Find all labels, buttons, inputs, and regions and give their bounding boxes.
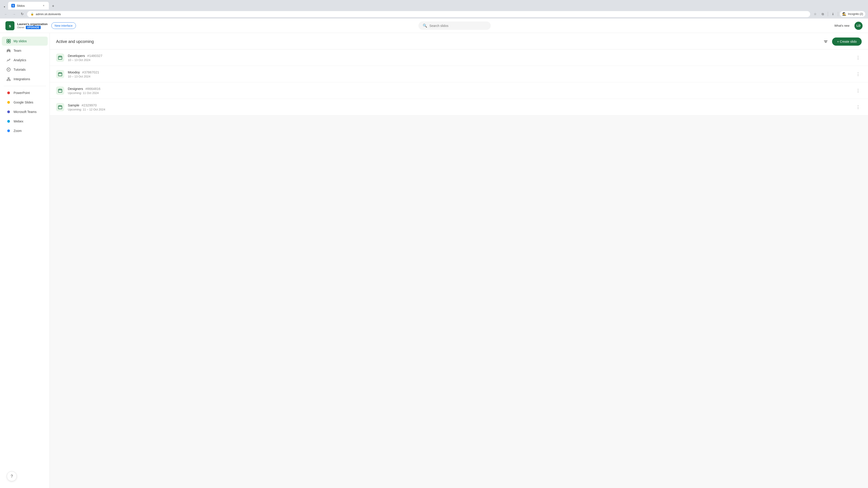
sidebar-item-microsoft-teams[interactable]: Microsoft Teams xyxy=(2,107,48,116)
svg-rect-13 xyxy=(58,56,62,59)
create-slido-button[interactable]: + Create slido xyxy=(832,37,862,46)
forward-button[interactable]: → xyxy=(11,11,17,17)
help-button[interactable]: ? xyxy=(7,471,17,481)
event-item[interactable]: Moodoy #37867021 10 – 13 Oct 2024 ⋮ xyxy=(50,66,868,83)
svg-text:s: s xyxy=(9,24,11,28)
sidebar-item-powerpoint[interactable]: PowerPoint xyxy=(2,88,48,97)
svg-rect-21 xyxy=(58,89,62,92)
bookmark-button[interactable]: ☆ xyxy=(812,11,818,17)
refresh-button[interactable]: ↻ xyxy=(19,11,25,17)
address-url: admin.sli.do/events xyxy=(36,12,807,16)
tutorials-icon xyxy=(6,67,11,72)
sidebar-item-google-slides[interactable]: Google Slides xyxy=(2,98,48,107)
org-role-row: Owner UPGRADE xyxy=(17,26,48,29)
content-header: Active and upcoming + Create slido xyxy=(50,33,868,50)
svg-rect-2 xyxy=(7,39,8,41)
event-info: Designers #8664816 Upcoming: 11 Oct 2024 xyxy=(68,87,855,95)
integrations-icon xyxy=(6,77,11,81)
event-item[interactable]: Developers #1480327 10 – 13 Oct 2024 ⋮ xyxy=(50,50,868,66)
new-interface-button[interactable]: New interface xyxy=(51,22,76,29)
event-item[interactable]: Designers #8664816 Upcoming: 11 Oct 2024… xyxy=(50,83,868,99)
sidebar-item-label: Microsoft Teams xyxy=(13,110,37,113)
svg-rect-5 xyxy=(9,41,10,43)
event-icon xyxy=(56,103,64,111)
events-list: Developers #1480327 10 – 13 Oct 2024 ⋮ xyxy=(50,50,868,116)
sidebar-item-zoom[interactable]: Zoom xyxy=(2,126,48,135)
section-title: Active and upcoming xyxy=(56,39,94,44)
sidebar-item-label: My slidos xyxy=(13,39,27,43)
header-actions: + Create slido xyxy=(822,37,862,46)
svg-point-6 xyxy=(8,49,9,51)
event-more-button[interactable]: ⋮ xyxy=(855,103,862,111)
sidebar-item-label: Team xyxy=(13,49,21,53)
event-info: Sample #2329970 Upcoming: 11 – 12 Oct 20… xyxy=(68,103,855,111)
microsoft-teams-icon xyxy=(6,109,11,114)
event-more-button[interactable]: ⋮ xyxy=(855,87,862,94)
svg-point-8 xyxy=(9,50,10,51)
incognito-label: Incognito (2) xyxy=(848,12,863,15)
new-tab-button[interactable]: + xyxy=(50,3,57,9)
filter-button[interactable] xyxy=(822,38,829,45)
search-icon: 🔍 xyxy=(423,24,427,28)
event-date: 10 – 13 Oct 2024 xyxy=(68,58,855,62)
back-button[interactable]: ← xyxy=(3,11,9,17)
event-name: Sample #2329970 xyxy=(68,103,855,107)
tab-close-btn[interactable]: × xyxy=(41,4,46,8)
event-name: Developers #1480327 xyxy=(68,54,855,58)
active-tab[interactable]: S Slidos × xyxy=(8,2,49,9)
event-more-button[interactable]: ⋮ xyxy=(855,54,862,61)
incognito-icon: 🕵 xyxy=(842,12,846,16)
event-item[interactable]: Sample #2329970 Upcoming: 11 – 12 Oct 20… xyxy=(50,99,868,116)
webex-icon xyxy=(6,119,11,124)
zoom-icon xyxy=(6,129,11,133)
event-icon xyxy=(56,54,64,62)
sidebar-item-label: PowerPoint xyxy=(13,91,30,95)
address-icon: 🔒 xyxy=(31,12,34,15)
analytics-icon xyxy=(6,58,11,62)
sidebar-item-label: Zoom xyxy=(13,129,22,133)
sidebar-item-label: Integrations xyxy=(13,77,30,81)
whats-new-button[interactable]: What's new xyxy=(833,23,851,29)
app-header: s Lauren's organization Owner UPGRADE Ne… xyxy=(0,19,868,33)
download-button[interactable]: ⇓ xyxy=(830,11,836,17)
extensions-button[interactable]: ⧉ xyxy=(819,11,826,17)
sidebar-item-my-slidos[interactable]: My slidos xyxy=(2,37,48,46)
event-name: Moodoy #37867021 xyxy=(68,70,855,74)
upgrade-badge[interactable]: UPGRADE xyxy=(26,26,41,29)
event-info: Moodoy #37867021 10 – 13 Oct 2024 xyxy=(68,70,855,78)
org-name: Lauren's organization xyxy=(17,22,48,26)
sidebar: My slidos Team xyxy=(0,33,50,488)
event-date: Upcoming: 11 – 12 Oct 2024 xyxy=(68,108,855,111)
event-date: Upcoming: 11 Oct 2024 xyxy=(68,91,855,95)
event-more-button[interactable]: ⋮ xyxy=(855,70,862,78)
sidebar-item-webex[interactable]: Webex xyxy=(2,117,48,126)
sidebar-item-tutorials[interactable]: Tutorials xyxy=(2,65,48,74)
sidebar-divider xyxy=(4,86,46,86)
sidebar-item-integrations[interactable]: Integrations xyxy=(2,74,48,84)
search-bar[interactable]: 🔍 xyxy=(418,22,491,30)
content-area: Active and upcoming + Create slido xyxy=(50,33,868,488)
svg-rect-17 xyxy=(58,73,62,76)
sidebar-item-label: Google Slides xyxy=(13,101,33,104)
svg-rect-3 xyxy=(9,39,10,41)
address-bar[interactable]: 🔒 admin.sli.do/events xyxy=(27,11,810,17)
sidebar-item-team[interactable]: Team xyxy=(2,46,48,55)
event-info: Developers #1480327 10 – 13 Oct 2024 xyxy=(68,54,855,62)
org-info: Lauren's organization Owner UPGRADE xyxy=(17,22,48,29)
event-name: Designers #8664816 xyxy=(68,87,855,91)
role-label: Owner xyxy=(17,26,24,29)
powerpoint-icon xyxy=(6,91,11,95)
sidebar-item-label: Webex xyxy=(13,120,23,123)
incognito-button[interactable]: 🕵 Incognito (2) xyxy=(840,11,865,17)
sidebar-item-label: Analytics xyxy=(13,58,26,62)
team-icon xyxy=(6,48,11,53)
logo-area: s Lauren's organization Owner UPGRADE xyxy=(5,21,48,30)
event-icon xyxy=(56,70,64,78)
event-date: 10 – 13 Oct 2024 xyxy=(68,75,855,78)
svg-rect-25 xyxy=(58,106,62,109)
help-icon: ? xyxy=(11,474,13,479)
search-input[interactable] xyxy=(430,24,487,28)
user-avatar[interactable]: LD xyxy=(855,22,863,30)
tab-arrow[interactable]: ▾ xyxy=(2,4,7,9)
sidebar-item-analytics[interactable]: Analytics xyxy=(2,56,48,65)
